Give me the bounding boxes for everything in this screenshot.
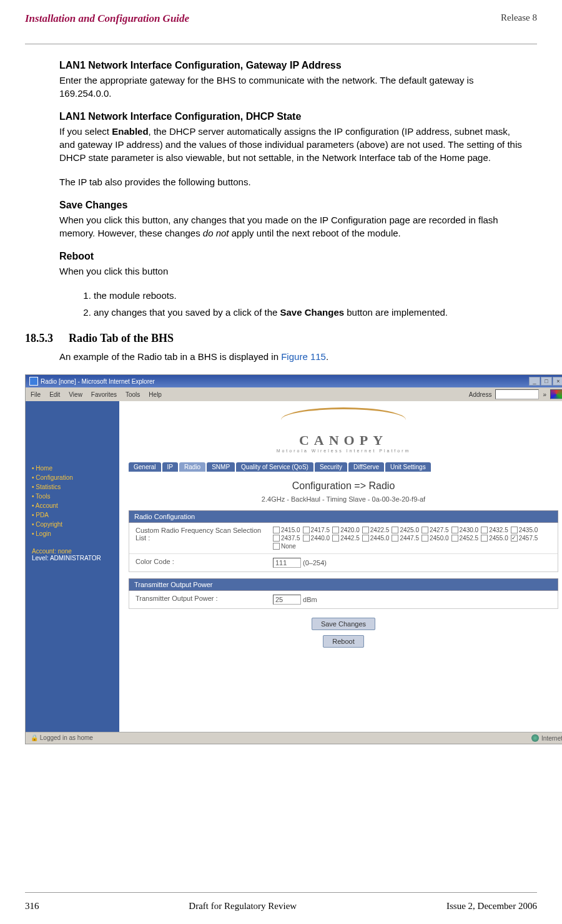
color-code-range: (0–254) [303,559,327,567]
menu-help[interactable]: Help [149,391,162,398]
checkbox-icon[interactable] [362,527,369,533]
window-title-text: Radio [none] - Microsoft Internet Explor… [41,378,155,385]
freq-label: 2427.5 [430,527,449,533]
freq-checkbox-2422.5[interactable]: 2422.5 [362,527,390,533]
panel-radio-config-header: Radio Configuration [129,510,558,523]
close-button[interactable]: × [553,377,562,386]
panel-tx-power-header: Transmitter Output Power [129,578,558,591]
tab-qos[interactable]: Quality of Service (QoS) [236,462,313,472]
status-right: Internet [541,735,562,742]
freq-checkbox-2452.5[interactable]: 2452.5 [451,535,479,542]
checkbox-icon[interactable] [481,527,488,533]
heading-save-changes: Save Changes [59,200,528,211]
tab-general[interactable]: General [129,462,161,472]
tab-row: General IP Radio SNMP Quality of Service… [129,462,558,472]
menu-edit[interactable]: Edit [49,391,60,398]
sidebar-account-label: Account: none [32,548,113,555]
ie-icon [29,377,38,386]
reboot-list: the module reboots. any changes that you… [78,289,528,319]
freq-checkbox-2425.0[interactable]: 2425.0 [392,527,419,533]
reboot-button[interactable]: Reboot [323,635,363,648]
checkbox-icon[interactable] [332,527,339,533]
checkbox-icon[interactable] [511,527,518,533]
sidebar-item-account[interactable]: Account [32,501,113,510]
page-number: 316 [25,901,39,912]
freq-checkbox-2440.0[interactable]: 2440.0 [303,535,330,542]
color-code-input[interactable]: 111 [273,558,301,568]
maximize-button[interactable]: □ [541,377,552,386]
checkbox-icon[interactable] [422,535,428,542]
freq-checkbox-None[interactable]: None [273,543,296,550]
checkbox-icon[interactable] [303,535,310,542]
freq-label: 2445.0 [370,535,390,542]
menu-favorites[interactable]: Favorites [91,391,117,398]
text-fragment: . [326,351,328,362]
freq-checkbox-2435.0[interactable]: 2435.0 [511,527,538,533]
freq-checkbox-2450.0[interactable]: 2450.0 [422,535,449,542]
checkbox-icon[interactable] [392,535,398,542]
freq-checkbox-2437.5[interactable]: 2437.5 [273,535,300,542]
text-fragment: apply until the next reboot of the modul… [229,228,401,238]
tab-ip[interactable]: IP [162,462,178,472]
figure-link[interactable]: Figure 115 [281,351,326,362]
sidebar-item-home[interactable]: Home [32,464,113,473]
panel-radio-config-body: Custom Radio Frequency Scan Selection Li… [129,523,558,572]
minimize-button[interactable]: _ [529,377,540,386]
freq-label: 2432.5 [489,527,508,533]
address-input[interactable] [495,389,539,399]
freq-checkboxes: 2415.0 2417.5 2420.0 2422.5 2425.0 2427.… [273,527,551,550]
freq-checkbox-2432.5[interactable]: 2432.5 [481,527,508,533]
footer-right: Issue 2, December 2006 [446,901,537,912]
heading-lan1-dhcp: LAN1 Network Interface Configuration, DH… [59,111,528,122]
sidebar-item-copyright[interactable]: Copyright [32,520,113,529]
freq-checkbox-2420.0[interactable]: 2420.0 [332,527,360,533]
tab-diffserve[interactable]: DiffServe [348,462,384,472]
freq-checkbox-2415.0[interactable]: 2415.0 [273,527,300,533]
freq-checkbox-2457.5[interactable]: 2457.5 [511,535,538,542]
freq-checkbox-2442.5[interactable]: 2442.5 [332,535,360,542]
tab-snmp[interactable]: SNMP [207,462,235,472]
freq-checkbox-2455.0[interactable]: 2455.0 [481,535,508,542]
freq-checkbox-2447.5[interactable]: 2447.5 [392,535,419,542]
checkbox-icon[interactable] [273,535,280,542]
checkbox-icon[interactable] [273,543,280,550]
footer-rule [25,892,537,893]
list-item: the module reboots. [94,289,528,303]
window-titlebar[interactable]: Radio [none] - Microsoft Internet Explor… [26,375,562,387]
freq-checkbox-2445.0[interactable]: 2445.0 [362,535,390,542]
sidebar-item-statistics[interactable]: Statistics [32,482,113,492]
menu-view[interactable]: View [69,391,82,398]
tab-security[interactable]: Security [315,462,347,472]
save-changes-button[interactable]: Save Changes [312,618,375,630]
sidebar-item-login[interactable]: Login [32,529,113,538]
checkbox-icon[interactable] [481,535,488,542]
checkbox-icon[interactable] [451,527,458,533]
sidebar-item-pda[interactable]: PDA [32,510,113,520]
sidebar-item-configuration[interactable]: Configuration [32,473,113,482]
footer-center: Draft for Regulatory Review [189,901,297,912]
checkbox-icon[interactable] [332,535,339,542]
checkbox-icon[interactable] [392,527,398,533]
tx-power-input[interactable]: 25 [273,595,301,605]
checkbox-icon[interactable] [303,527,310,533]
checkbox-icon[interactable] [451,535,458,542]
freq-label: 2430.0 [460,527,479,533]
config-subtitle: 2.4GHz - BackHaul - Timing Slave - 0a-00… [129,495,558,503]
freq-label: 2422.5 [370,527,390,533]
freq-checkbox-2430.0[interactable]: 2430.0 [451,527,479,533]
menu-tools[interactable]: Tools [126,391,140,398]
freq-label: 2450.0 [430,535,449,542]
sidebar-item-tools[interactable]: Tools [32,492,113,501]
tab-unit-settings[interactable]: Unit Settings [385,462,431,472]
checkbox-icon[interactable] [273,527,280,533]
checkbox-icon[interactable] [511,535,518,542]
freq-checkbox-2417.5[interactable]: 2417.5 [303,527,330,533]
freq-checkbox-2427.5[interactable]: 2427.5 [422,527,449,533]
panel-tx-power-body: Transmitter Output Power : 25 dBm [129,591,558,609]
header-rule [25,44,537,44]
menu-file[interactable]: File [31,391,41,398]
freq-label: 2435.0 [519,527,538,533]
tab-radio[interactable]: Radio [179,462,205,472]
checkbox-icon[interactable] [422,527,428,533]
checkbox-icon[interactable] [362,535,369,542]
